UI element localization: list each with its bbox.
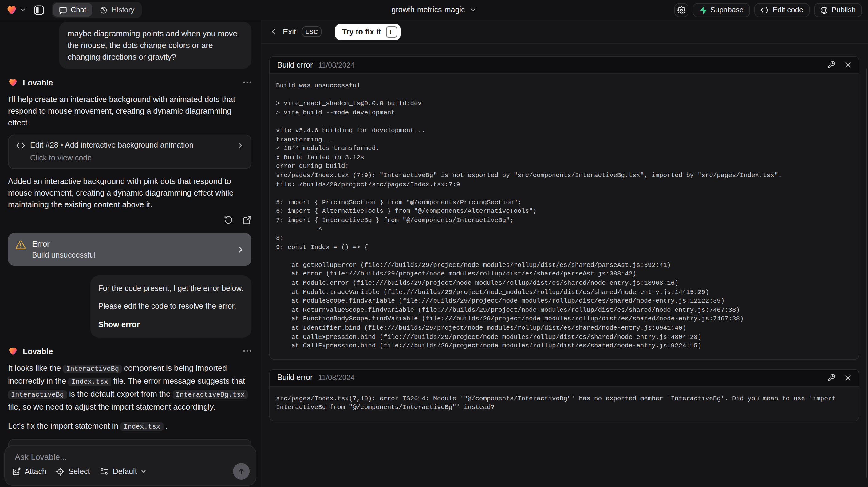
lovable-heart-icon bbox=[6, 4, 17, 16]
message-actions bbox=[8, 215, 251, 224]
close-icon bbox=[845, 61, 851, 68]
tab-history-label: History bbox=[112, 5, 135, 14]
fix-error-button[interactable] bbox=[828, 61, 835, 69]
assistant-name: Lovable bbox=[23, 346, 53, 356]
exit-label: Exit bbox=[283, 27, 296, 36]
chevron-down-icon bbox=[141, 468, 146, 474]
edit-code-label: Edit code bbox=[772, 5, 803, 14]
build-error-header: Build error 11/08/2024 bbox=[270, 57, 859, 74]
assistant-name: Lovable bbox=[23, 78, 53, 87]
exit-button[interactable]: Exit ESC bbox=[271, 26, 322, 37]
supabase-bolt-icon bbox=[699, 6, 707, 14]
lovable-menu-button[interactable] bbox=[6, 4, 26, 16]
send-arrow-up-icon bbox=[237, 467, 245, 475]
build-error-title: Build error bbox=[277, 61, 313, 69]
edit-card-title: Edit #28 • Add interactive background an… bbox=[30, 141, 193, 149]
composer: Attach Select Default bbox=[4, 445, 256, 486]
edit-card-28[interactable]: Edit #28 • Add interactive background an… bbox=[8, 135, 251, 169]
build-error-date: 11/08/2024 bbox=[318, 61, 354, 69]
restore-button[interactable] bbox=[224, 215, 233, 224]
wrench-icon bbox=[828, 374, 835, 382]
chevron-left-icon bbox=[271, 28, 277, 35]
code-brackets-icon bbox=[760, 6, 769, 13]
fix-error-button[interactable] bbox=[828, 374, 835, 382]
build-error-card[interactable]: Error Build unsuccessful bbox=[8, 233, 251, 266]
message-menu-button[interactable] bbox=[243, 81, 251, 84]
message-menu-button[interactable] bbox=[243, 350, 251, 352]
edit-code-button[interactable]: Edit code bbox=[754, 3, 809, 17]
sidebar-toggle-button[interactable] bbox=[31, 2, 46, 17]
user-message: maybe diagramming points and when you mo… bbox=[59, 22, 251, 69]
close-icon bbox=[845, 374, 851, 381]
f-key-badge: F bbox=[386, 26, 397, 37]
assistant-header: Lovable bbox=[8, 78, 251, 87]
tab-history[interactable]: History bbox=[94, 3, 141, 17]
chat-panel: maybe diagramming points and when you mo… bbox=[0, 20, 261, 487]
refresh-icon bbox=[224, 215, 233, 224]
assistant-message: Added an interactive background with pin… bbox=[8, 175, 251, 210]
build-error-date: 11/08/2024 bbox=[318, 373, 354, 382]
attach-image-icon bbox=[12, 467, 21, 476]
assistant-message: Let's fix the import statement in Index.… bbox=[8, 420, 251, 433]
assistant-header: Lovable bbox=[8, 346, 251, 356]
attach-button[interactable]: Attach bbox=[12, 467, 46, 476]
fix-label: Try to fix it bbox=[342, 27, 381, 36]
code-brackets-icon bbox=[16, 142, 25, 149]
send-button[interactable] bbox=[233, 463, 250, 480]
preview-header: Exit ESC Try to fix it F bbox=[261, 20, 868, 44]
lovable-heart-icon bbox=[8, 78, 18, 87]
build-error-log: src/pages/Index.tsx(7,10): error TS2614:… bbox=[270, 387, 859, 421]
error-panel-list: Build error 11/08/2024 bbox=[261, 44, 868, 487]
view-switcher: Chat History bbox=[52, 2, 142, 18]
build-error-log: Build was unsuccessful > vite_react_shad… bbox=[270, 74, 859, 359]
sidebar-toggle-icon bbox=[33, 5, 44, 15]
more-ellipsis-icon bbox=[243, 81, 251, 84]
show-error-link[interactable]: Show error bbox=[98, 318, 244, 330]
select-label: Select bbox=[68, 467, 90, 476]
tab-chat[interactable]: Chat bbox=[53, 3, 93, 17]
build-error-panel: Build error 11/08/2024 bbox=[269, 369, 859, 421]
user-message: For the code present, I get the error be… bbox=[90, 275, 252, 338]
assistant-message: I'll help create an interactive backgrou… bbox=[8, 93, 251, 128]
attach-label: Attach bbox=[25, 467, 46, 476]
mode-label: Default bbox=[113, 467, 137, 476]
supabase-label: Supabase bbox=[710, 5, 744, 14]
more-ellipsis-icon bbox=[243, 350, 251, 352]
close-error-button[interactable] bbox=[845, 61, 851, 68]
gear-icon bbox=[677, 6, 685, 14]
close-error-button[interactable] bbox=[845, 374, 851, 381]
history-clock-icon bbox=[100, 6, 108, 14]
user-message-line: Please edit the code to resolve the erro… bbox=[98, 301, 244, 312]
build-error-title: Build error bbox=[277, 373, 313, 382]
chevron-right-icon bbox=[237, 246, 244, 253]
tab-chat-label: Chat bbox=[71, 5, 86, 14]
build-error-panel: Build error 11/08/2024 bbox=[269, 56, 859, 360]
build-error-header: Build error 11/08/2024 bbox=[270, 370, 859, 387]
chat-bubble-icon bbox=[59, 6, 67, 14]
chevron-right-icon bbox=[237, 142, 243, 149]
publish-label: Publish bbox=[831, 5, 856, 14]
supabase-button[interactable]: Supabase bbox=[692, 3, 750, 17]
wrench-icon bbox=[828, 61, 835, 69]
app-window: Chat History growth-metrics-magic bbox=[0, 0, 868, 487]
globe-icon bbox=[820, 6, 828, 14]
settings-button[interactable] bbox=[674, 3, 688, 17]
scrollbar[interactable] bbox=[866, 68, 867, 478]
lovable-heart-icon bbox=[8, 346, 18, 356]
preview-panel: Exit ESC Try to fix it F Build error 11/… bbox=[261, 20, 868, 487]
project-selector[interactable]: growth-metrics-magic bbox=[392, 5, 477, 14]
select-crosshair-icon bbox=[56, 467, 65, 476]
assistant-message: It looks like the InteractiveBg componen… bbox=[8, 362, 251, 413]
chevron-down-icon bbox=[20, 7, 26, 13]
open-preview-button[interactable] bbox=[243, 215, 251, 224]
publish-button[interactable]: Publish bbox=[814, 3, 862, 17]
esc-key-badge: ESC bbox=[302, 26, 321, 37]
sliders-icon bbox=[100, 467, 109, 475]
select-element-button[interactable]: Select bbox=[56, 467, 90, 476]
try-to-fix-button[interactable]: Try to fix it F bbox=[335, 24, 401, 40]
open-external-icon bbox=[243, 215, 251, 224]
mode-selector[interactable]: Default bbox=[100, 467, 146, 476]
project-name: growth-metrics-magic bbox=[392, 5, 465, 14]
warning-triangle-icon bbox=[16, 240, 26, 250]
chat-message-list[interactable]: maybe diagramming points and when you mo… bbox=[0, 20, 261, 487]
